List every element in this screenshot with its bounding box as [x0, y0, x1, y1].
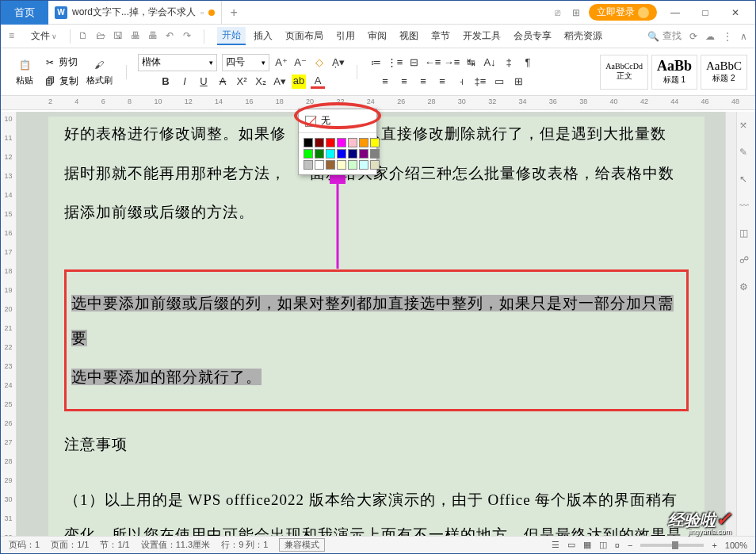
maximize-button[interactable]: □: [693, 3, 717, 22]
color-swatch-6[interactable]: [370, 138, 380, 147]
increase-font-button[interactable]: A⁺: [274, 55, 288, 70]
menu-tab-7[interactable]: 开发工具: [458, 28, 506, 44]
decrease-indent-button[interactable]: ←≡: [426, 55, 440, 70]
menu-tab-2[interactable]: 页面布局: [281, 28, 328, 44]
tool-rocket-icon[interactable]: ⤧: [739, 120, 754, 134]
tool-settings-icon[interactable]: ⚙: [739, 281, 754, 296]
color-swatch-19[interactable]: [359, 160, 368, 170]
underline-button[interactable]: U: [197, 75, 211, 89]
color-swatch-16[interactable]: [326, 160, 335, 170]
color-swatch-17[interactable]: [337, 160, 346, 170]
menu-tab-0[interactable]: 开始: [217, 27, 246, 45]
copy-button[interactable]: 🗐复制: [45, 73, 78, 90]
change-case-button[interactable]: Ạ▾: [331, 55, 346, 70]
menu-tab-3[interactable]: 引用: [331, 28, 360, 44]
show-marks-button[interactable]: ¶: [521, 55, 535, 70]
decrease-font-button[interactable]: A⁻: [293, 55, 307, 70]
color-swatch-5[interactable]: [359, 138, 368, 147]
menu-tab-4[interactable]: 审阅: [363, 28, 391, 44]
tab-button[interactable]: ↹: [464, 55, 478, 70]
minimize-button[interactable]: —: [663, 3, 687, 22]
color-swatch-7[interactable]: [304, 149, 313, 159]
menu-tab-8[interactable]: 会员专享: [509, 28, 556, 44]
reading-mode-icon[interactable]: ⎚: [551, 6, 563, 19]
font-size-select[interactable]: 四号▾: [222, 54, 269, 71]
print-icon[interactable]: 🖶: [131, 30, 143, 43]
zoom-in-button[interactable]: +: [712, 541, 716, 550]
menu-tab-1[interactable]: 插入: [249, 28, 277, 44]
document-tab[interactable]: W word文字下...掉，学会不求人 ▫: [48, 1, 222, 25]
sort-button[interactable]: A↓: [483, 55, 497, 70]
align-right-button[interactable]: ≡: [416, 75, 430, 89]
horizontal-ruler[interactable]: 2468101214161820222426283032343638404244…: [1, 96, 755, 110]
zoom-slider[interactable]: [640, 544, 704, 547]
bold-button[interactable]: B: [158, 75, 173, 89]
increase-indent-button[interactable]: →≡: [445, 55, 459, 70]
line-spacing-button[interactable]: ‡≡: [473, 75, 487, 89]
new-tab-button[interactable]: +: [222, 6, 246, 20]
menu-tab-6[interactable]: 章节: [426, 28, 455, 44]
style-box-1[interactable]: AaBb标题 1: [651, 55, 697, 90]
color-swatch-13[interactable]: [370, 149, 380, 159]
font-select[interactable]: 楷体▾: [138, 54, 217, 71]
color-swatch-18[interactable]: [348, 160, 357, 170]
menu-icon[interactable]: ≡: [9, 30, 21, 43]
view-outline-icon[interactable]: ☰: [552, 540, 559, 550]
color-swatch-2[interactable]: [326, 138, 335, 147]
style-box-0[interactable]: AaBbCcDd正文: [600, 55, 648, 90]
justify-button[interactable]: ≡: [435, 75, 449, 89]
new-icon[interactable]: 🗋: [78, 30, 91, 43]
italic-button[interactable]: I: [178, 75, 192, 89]
tool-select-icon[interactable]: ↖: [739, 174, 754, 188]
zoom-out-button[interactable]: −: [628, 541, 632, 550]
bullet-list-button[interactable]: ≔: [368, 55, 383, 70]
color-swatch-20[interactable]: [370, 160, 380, 170]
distribute-button[interactable]: ⫞: [454, 75, 468, 89]
collapse-ribbon-icon[interactable]: ⋮: [723, 31, 732, 42]
menu-tab-9[interactable]: 稻壳资源: [559, 28, 607, 44]
view-page-icon[interactable]: ▭: [567, 540, 575, 550]
color-swatch-0[interactable]: [304, 138, 313, 147]
help-icon[interactable]: ∧: [740, 31, 747, 42]
align-center-button[interactable]: ≡: [397, 75, 411, 89]
view-read-icon[interactable]: ◫: [599, 540, 607, 550]
font-color-button[interactable]: A: [311, 75, 325, 89]
multilevel-list-button[interactable]: ⊟: [407, 55, 421, 70]
sync-icon[interactable]: ⟳: [689, 31, 697, 42]
style-box-2[interactable]: AaBbC标题 2: [701, 55, 747, 90]
subscript-button[interactable]: X₂: [254, 75, 268, 89]
eye-care-icon[interactable]: ¤: [615, 541, 620, 550]
tool-cube-icon[interactable]: ◫: [739, 227, 754, 242]
superscript-button[interactable]: X²: [235, 75, 249, 89]
cloud-icon[interactable]: ☁: [705, 31, 715, 42]
print-preview-icon[interactable]: 🖶: [148, 30, 161, 43]
tool-link-icon[interactable]: ☍: [739, 254, 754, 269]
color-swatch-4[interactable]: [348, 138, 357, 147]
color-swatch-11[interactable]: [348, 149, 357, 159]
close-button[interactable]: ✕: [724, 3, 747, 22]
tool-pen-icon[interactable]: ✎: [739, 147, 754, 161]
status-page-no[interactable]: 页码：1: [9, 539, 40, 551]
file-menu[interactable]: 文件∨: [26, 28, 62, 44]
home-tab[interactable]: 首页: [1, 1, 48, 25]
text-effects-button[interactable]: A▾: [273, 75, 287, 89]
color-swatch-10[interactable]: [337, 149, 346, 159]
no-color-option[interactable]: 无: [299, 109, 376, 133]
tool-wave-icon[interactable]: 〰: [739, 201, 754, 215]
color-swatch-3[interactable]: [337, 138, 346, 147]
para-spacing-button[interactable]: ‡: [502, 55, 516, 70]
color-swatch-14[interactable]: [304, 160, 313, 170]
shading-button[interactable]: ▭: [492, 75, 506, 89]
color-swatch-15[interactable]: [315, 160, 324, 170]
status-page[interactable]: 页面：1/1: [51, 539, 89, 551]
align-left-button[interactable]: ≡: [378, 75, 392, 89]
color-swatch-12[interactable]: [359, 149, 368, 159]
login-button[interactable]: 立即登录: [589, 4, 657, 21]
view-web-icon[interactable]: ▦: [583, 540, 591, 550]
search-box[interactable]: 🔍 查找: [647, 29, 682, 43]
paste-button[interactable]: 📋 粘贴: [9, 52, 40, 92]
open-icon[interactable]: 🗁: [96, 30, 109, 43]
selected-text[interactable]: 选中要添加前缀或后缀的列，如果对整列都加直接选中整列，如果只是对一部分加只需要: [71, 295, 674, 346]
zoom-level[interactable]: 100%: [725, 541, 747, 550]
undo-icon[interactable]: ↶: [166, 30, 178, 43]
